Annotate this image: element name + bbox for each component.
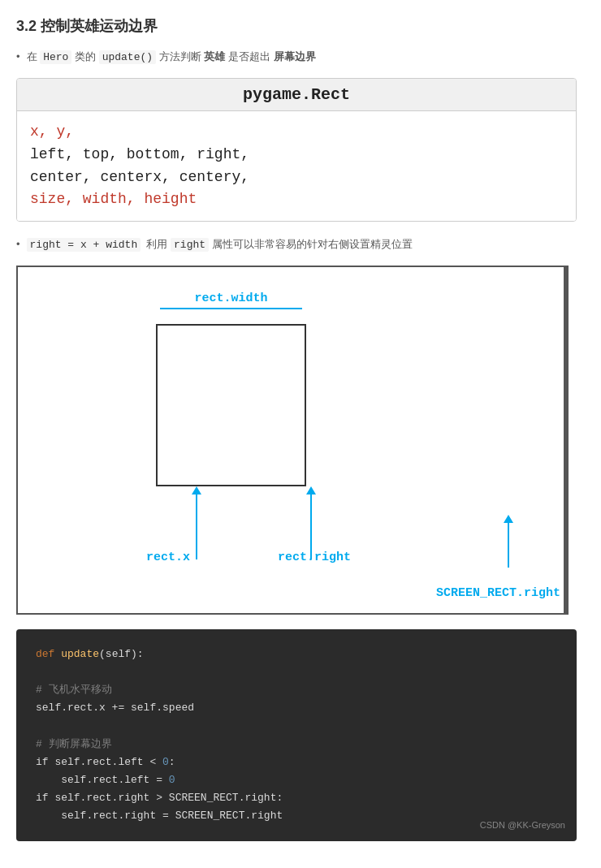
right-code: right — [171, 238, 209, 252]
label-rectright: rect.right — [278, 551, 351, 564]
code-line-if-left: if self.rect.left < 0: — [36, 754, 557, 771]
label-screenright: SCREEN_RECT.right — [436, 586, 560, 600]
rect-card-header: pygame.Rect — [17, 79, 576, 111]
rect-line1: x, y, — [30, 121, 563, 144]
section-title: 3.2 控制英雄运动边界 — [16, 16, 577, 36]
code-num-zero1: 0 — [162, 756, 169, 768]
code-line-set-right: self.rect.right = SCREEN_RECT.right — [36, 807, 557, 825]
diagram-right-border — [564, 267, 567, 613]
rect-width-label: rect.width — [156, 291, 306, 305]
arrow-line-rectx — [196, 494, 197, 559]
bullet-dot-1: • — [16, 50, 20, 63]
pygame-rect-card: pygame.Rect x, y, left, top, bottom, rig… — [16, 78, 577, 222]
page-container: 3.2 控制英雄运动边界 • 在 Hero 类的 update() 方法判断 英… — [0, 0, 601, 857]
code-num-zero2: 0 — [169, 774, 175, 786]
arrow-line-screenright — [508, 523, 509, 568]
screen-border-bold: 屏幕边界 — [274, 50, 316, 63]
code-self-rect-x: self.rect.x += self.speed — [36, 702, 194, 714]
code-colon1: : — [169, 756, 175, 768]
diagram-container: rect.width rect.x rect.right SCREEN_RECT… — [16, 266, 569, 615]
bullet-point-2: • right = x + width 利用 right 属性可以非常容易的针对… — [16, 236, 577, 254]
code-set-left: self.rect.left = — [36, 774, 169, 786]
hero-class-code: Hero — [40, 50, 71, 64]
hero-bold: 英雄 — [204, 50, 225, 63]
arrow-screenright — [504, 515, 513, 568]
arrow-line-rectright — [310, 494, 312, 559]
arrow-head-rectx — [192, 486, 201, 494]
code-line-def: def update(self): — [36, 646, 557, 663]
rect-line2: left, top, bottom, right, — [30, 144, 563, 166]
code-comment-2: # 判断屏幕边界 — [36, 736, 557, 754]
rect-width-line — [160, 308, 302, 309]
code-params: (self): — [99, 648, 144, 660]
code-line-set-left: self.rect.left = 0 — [36, 771, 557, 789]
code-func-name: update — [61, 648, 99, 660]
code-comment-1: # 飞机水平移动 — [36, 681, 557, 699]
code-watermark: CSDN @KK-Greyson — [480, 818, 565, 833]
bullet-dot-2: • — [16, 238, 20, 250]
rect-line3: center, centerx, centery, — [30, 166, 563, 189]
arrow-rectx — [192, 486, 201, 559]
label-rectx: rect.x — [146, 551, 190, 564]
code-line-speed: self.rect.x += self.speed — [36, 699, 557, 717]
code-line-if-right: if self.rect.right > SCREEN_RECT.right: — [36, 789, 557, 807]
bullet-point-1: • 在 Hero 类的 update() 方法判断 英雄 是否超出 屏幕边界 — [16, 49, 577, 67]
code-block: def update(self): # 飞机水平移动 self.rect.x +… — [16, 629, 577, 841]
bullet-text-2: right = x + width 利用 right 属性可以非常容易的针对右侧… — [27, 236, 413, 254]
code-def-keyword: def — [36, 648, 61, 660]
code-set-right: self.rect.right = SCREEN_RECT.right — [36, 810, 283, 822]
update-method-code: update() — [99, 50, 156, 64]
arrow-rectright — [306, 486, 316, 559]
arrow-head-screenright — [504, 515, 513, 523]
arrow-head-rectright — [306, 486, 316, 494]
code-if-right: if self.rect.right > SCREEN_RECT.right: — [36, 792, 283, 804]
inner-rect — [156, 324, 306, 486]
rect-card-body: x, y, left, top, bottom, right, center, … — [17, 111, 576, 222]
rect-line4: size, width, height — [30, 188, 563, 211]
code-if-left: if self.rect.left < — [36, 756, 162, 768]
bullet-text-1: 在 Hero 类的 update() 方法判断 英雄 是否超出 屏幕边界 — [27, 49, 316, 67]
right-formula-code: right = x + width — [27, 238, 141, 252]
